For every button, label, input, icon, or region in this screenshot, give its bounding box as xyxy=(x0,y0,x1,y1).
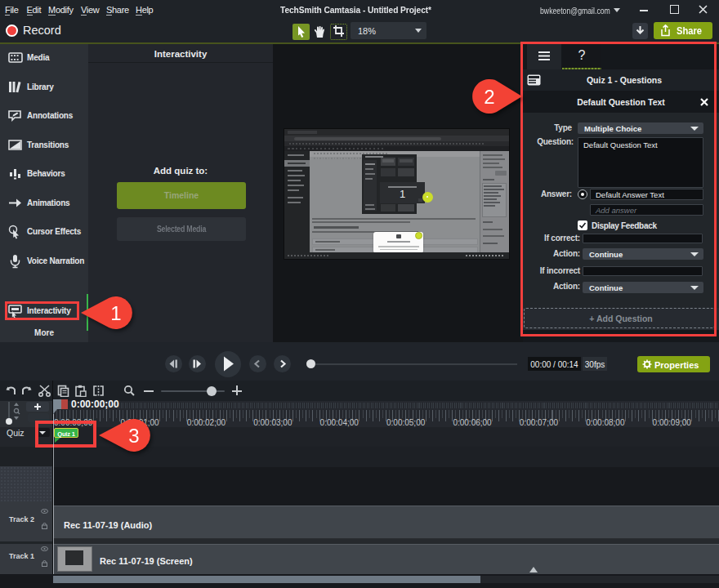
svg-text:1: 1 xyxy=(110,301,121,323)
svg-text:3: 3 xyxy=(128,424,139,446)
svg-text:2: 2 xyxy=(484,86,494,108)
